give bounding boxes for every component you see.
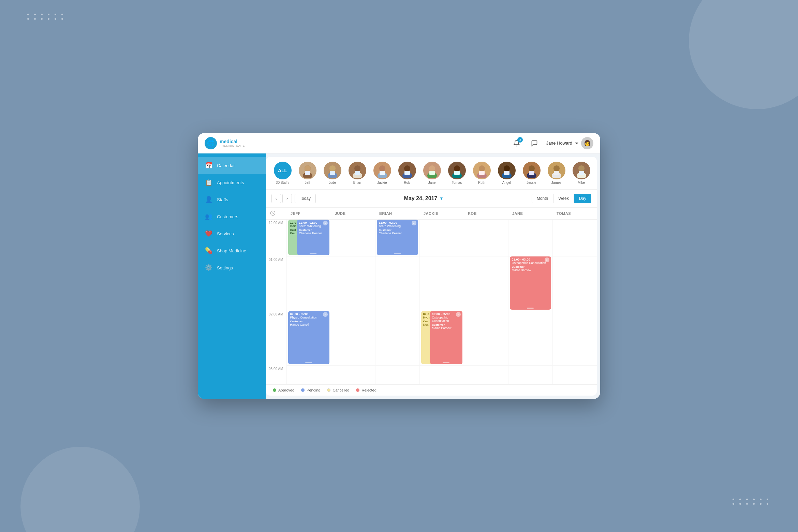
ruth-avatar bbox=[473, 162, 491, 179]
cell-rob-3[interactable] bbox=[464, 366, 508, 383]
close-button[interactable]: × bbox=[456, 312, 461, 317]
cell-jude-1[interactable] bbox=[331, 256, 375, 311]
cell-jude-4[interactable] bbox=[331, 383, 375, 385]
cell-jane-3[interactable] bbox=[508, 366, 552, 383]
staff-jude[interactable]: Jude bbox=[321, 160, 343, 186]
appointment-block-brian[interactable]: ×12:00 - 02:00Teeth WhiteningCustomerCha… bbox=[377, 220, 418, 255]
close-button[interactable]: × bbox=[323, 312, 328, 317]
drag-handle[interactable] bbox=[527, 308, 534, 309]
brian-name: Brian bbox=[353, 181, 361, 184]
svg-rect-13 bbox=[380, 171, 385, 175]
next-button[interactable]: › bbox=[282, 194, 292, 203]
cell-jackie-2[interactable]: 02:0Hyg & P...CusNor...×02:00 - 05:00Ost… bbox=[419, 311, 464, 366]
close-button[interactable]: × bbox=[323, 221, 328, 225]
message-button[interactable] bbox=[528, 137, 541, 149]
cell-tomas-3[interactable] bbox=[552, 366, 597, 383]
appointment-block-jane[interactable]: ×01:00 - 03:00Osteopathic ConsultationCu… bbox=[510, 256, 551, 310]
cell-jackie-4[interactable] bbox=[419, 383, 464, 385]
col-jude: JUDE bbox=[331, 208, 375, 220]
staff-dan[interactable]: Dan bbox=[595, 160, 597, 186]
prev-button[interactable]: ‹ bbox=[271, 194, 281, 203]
drag-handle[interactable] bbox=[394, 253, 401, 254]
staff-all-button[interactable]: ALL 30 Staffs bbox=[271, 160, 294, 186]
close-button[interactable]: × bbox=[412, 221, 416, 225]
notification-button[interactable]: 3 bbox=[511, 137, 523, 149]
staff-angel[interactable]: Angel bbox=[496, 160, 518, 186]
cell-tomas-4[interactable] bbox=[552, 383, 597, 385]
cell-jane-4[interactable] bbox=[508, 383, 552, 385]
cell-brian-3[interactable] bbox=[375, 366, 419, 383]
cell-jeff-0[interactable]: 12:0Initia...CustKev...×12:00 - 02:00Tee… bbox=[286, 220, 331, 256]
cell-jackie-3[interactable] bbox=[419, 366, 464, 383]
cell-jeff-4[interactable] bbox=[286, 383, 331, 385]
cell-brian-1[interactable] bbox=[375, 256, 419, 311]
staff-tomas[interactable]: Tomas bbox=[446, 160, 468, 186]
appointment-block-jackie[interactable]: ×02:00 - 05:00Osteopathic ConsultationCu… bbox=[430, 311, 462, 364]
cell-jackie-1[interactable] bbox=[419, 256, 464, 311]
cell-jane-1[interactable]: ×01:00 - 03:00Osteopathic ConsultationCu… bbox=[508, 256, 552, 311]
drag-handle[interactable] bbox=[443, 362, 449, 363]
cell-jane-2[interactable] bbox=[508, 311, 552, 366]
cell-tomas-1[interactable] bbox=[552, 256, 597, 311]
legend-approved: Approved bbox=[273, 388, 294, 392]
time-cell: 04:00 AM bbox=[266, 383, 286, 385]
svg-rect-19 bbox=[429, 171, 435, 175]
cell-jane-0[interactable] bbox=[508, 220, 552, 256]
staffs-icon: 👤 bbox=[205, 196, 213, 203]
staff-rob[interactable]: Rob bbox=[396, 160, 418, 186]
cell-tomas-0[interactable] bbox=[552, 220, 597, 256]
staff-ruth[interactable]: Ruth bbox=[471, 160, 493, 186]
jane-name: Jane bbox=[428, 181, 436, 184]
svg-point-23 bbox=[479, 165, 485, 172]
cell-jude-0[interactable] bbox=[331, 220, 375, 256]
appointment-block-jeff[interactable]: ×02:00 - 05:00Physio ConsultationCustome… bbox=[288, 311, 329, 364]
cell-rob-1[interactable] bbox=[464, 256, 508, 311]
sidebar-item-services[interactable]: ❤️ Services bbox=[198, 225, 266, 242]
cell-brian-4[interactable] bbox=[375, 383, 419, 385]
cell-jackie-0[interactable] bbox=[419, 220, 464, 256]
sidebar-item-calendar[interactable]: 📅 Calendar bbox=[198, 157, 266, 174]
cell-jeff-2[interactable]: ×02:00 - 05:00Physio ConsultationCustome… bbox=[286, 311, 331, 366]
drag-handle[interactable] bbox=[305, 362, 312, 363]
staff-jeff[interactable]: Jeff bbox=[296, 160, 319, 186]
user-name: Jane Howard bbox=[546, 141, 572, 146]
sidebar-item-shop-medicine[interactable]: 💊 Shop Medicine bbox=[198, 242, 266, 259]
staff-jackie[interactable]: Jackie bbox=[371, 160, 393, 186]
month-view-button[interactable]: Month bbox=[532, 194, 553, 203]
app-window: 🌐 medical PREMIUM CARE 3 Jane Howa bbox=[198, 133, 600, 399]
date-title: May 24, 2017 ▼ bbox=[316, 195, 532, 202]
staff-brian[interactable]: Brian bbox=[346, 160, 368, 186]
cell-jude-3[interactable] bbox=[331, 366, 375, 383]
cell-rob-2[interactable] bbox=[464, 311, 508, 366]
appointment-block-jeff[interactable]: ×12:00 - 02:00Teeth WhiteningCustomerCha… bbox=[297, 220, 329, 255]
today-button[interactable]: Today bbox=[295, 194, 316, 203]
appt-customer-label: Customer bbox=[379, 228, 416, 232]
sidebar-item-settings[interactable]: ⚙️ Settings bbox=[198, 259, 266, 276]
calendar-grid: JEFF JUDE BRIAN JACKIE ROB JANE TOMAS 12… bbox=[266, 208, 597, 384]
close-button[interactable]: × bbox=[545, 257, 549, 262]
day-view-button[interactable]: Day bbox=[574, 194, 591, 203]
cell-brian-0[interactable]: ×12:00 - 02:00Teeth WhiteningCustomerCha… bbox=[375, 220, 419, 256]
staff-jessie[interactable]: Jessie bbox=[520, 160, 543, 186]
cell-jeff-3[interactable] bbox=[286, 366, 331, 383]
table-row: 03:00 AM bbox=[266, 366, 597, 383]
sidebar-item-appointments[interactable]: 📋 Appointments bbox=[198, 174, 266, 191]
cell-brian-2[interactable] bbox=[375, 311, 419, 366]
cell-jeff-1[interactable] bbox=[286, 256, 331, 311]
drag-handle[interactable] bbox=[310, 253, 316, 254]
time-header bbox=[266, 208, 286, 220]
cell-jude-2[interactable] bbox=[331, 311, 375, 366]
jeff-avatar bbox=[299, 162, 316, 179]
cell-tomas-2[interactable] bbox=[552, 311, 597, 366]
logo-sub: PREMIUM CARE bbox=[220, 144, 245, 147]
nav-arrows: ‹ › bbox=[271, 194, 292, 203]
sidebar-item-customers[interactable]: 👥 Customers bbox=[198, 208, 266, 225]
staff-jane[interactable]: Jane bbox=[421, 160, 443, 186]
user-area[interactable]: Jane Howard 👩 bbox=[546, 137, 593, 149]
week-view-button[interactable]: Week bbox=[553, 194, 574, 203]
staff-james[interactable]: James bbox=[545, 160, 567, 186]
staff-mike[interactable]: Mike bbox=[570, 160, 592, 186]
sidebar-item-staffs[interactable]: 👤 Staffs bbox=[198, 191, 266, 208]
cell-rob-4[interactable] bbox=[464, 383, 508, 385]
cell-rob-0[interactable] bbox=[464, 220, 508, 256]
